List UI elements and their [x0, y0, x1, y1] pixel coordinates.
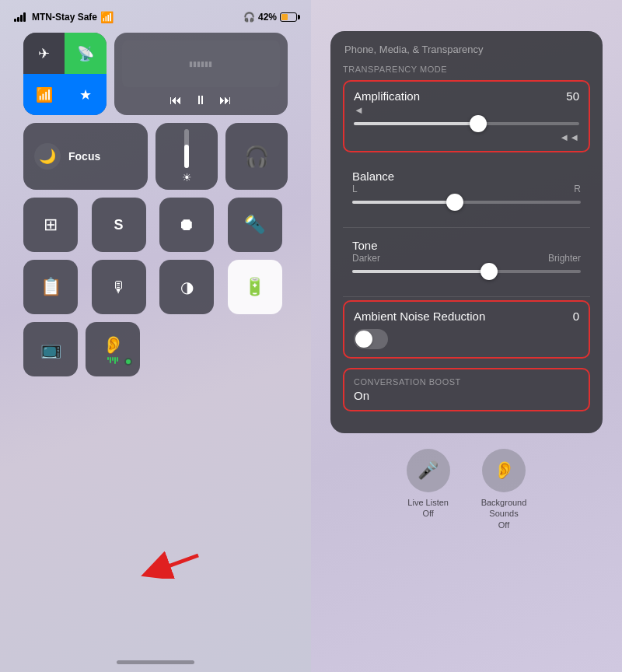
- hearing-activity: [107, 357, 118, 364]
- record-btn[interactable]: ⏺: [159, 198, 214, 252]
- play-pause-btn[interactable]: ⏸: [194, 93, 207, 107]
- bluetooth-btn[interactable]: ★: [65, 74, 106, 115]
- battery-icon: [280, 12, 297, 22]
- airpods-card[interactable]: 🎧: [225, 123, 288, 190]
- invert-btn[interactable]: ◑: [159, 260, 214, 314]
- balance-slider-fill: [352, 201, 455, 204]
- amp-value: 50: [566, 89, 579, 103]
- forward-btn[interactable]: ⏭: [219, 93, 232, 107]
- notes-btn[interactable]: 📋: [23, 260, 78, 314]
- svg-line-1: [156, 555, 198, 571]
- invert-icon: ◑: [180, 278, 194, 296]
- status-right: 🎧 42%: [243, 12, 297, 23]
- airplane-mode-btn[interactable]: ✈: [23, 33, 65, 74]
- background-sounds-label: BackgroundSoundsOff: [481, 497, 527, 530]
- amp-vol-high-icon: ◄◄: [559, 131, 579, 143]
- red-arrow: [140, 532, 202, 579]
- connectivity-card[interactable]: ✈ 📡 📶 ★: [23, 33, 107, 115]
- status-left: MTN-Stay Safe 📶: [14, 11, 114, 23]
- flashlight-icon: 🔦: [244, 215, 265, 235]
- cc-mid-row: 🌙 Focus ☀ 🎧: [23, 123, 288, 190]
- balance-lr-labels: L R: [352, 184, 581, 194]
- calculator-icon: ⊞: [44, 215, 58, 235]
- carrier-name: MTN-Stay Safe: [32, 12, 97, 23]
- voice-icon: 🎙: [111, 278, 127, 296]
- amp-slider-fill: [354, 122, 478, 125]
- left-panel: MTN-Stay Safe 📶 🎧 42% ✈ 📡 📶: [0, 0, 311, 672]
- conversation-boost-section[interactable]: Conversation Boost On: [343, 368, 590, 411]
- voice-btn[interactable]: 🎙: [92, 260, 146, 314]
- focus-label: Focus: [68, 150, 100, 163]
- wifi-btn-icon: 📶: [36, 86, 53, 103]
- remote-btn[interactable]: 📺: [23, 322, 78, 376]
- background-sounds-btn[interactable]: 👂 BackgroundSoundsOff: [481, 449, 527, 530]
- hotspot-btn[interactable]: 📡: [65, 33, 106, 74]
- cc-top-row: ✈ 📡 📶 ★ ▮▮▮▮▮▮ ⏮ ⏸: [23, 33, 288, 115]
- balance-slider-thumb[interactable]: [446, 194, 463, 211]
- headphone-icon: 🎧: [243, 12, 255, 23]
- settings-title: Phone, Media, & Transparency: [343, 44, 590, 55]
- calculator-btn[interactable]: ⊞: [23, 198, 78, 252]
- focus-moon-icon: 🌙: [34, 143, 61, 170]
- record-icon: ⏺: [178, 215, 195, 235]
- battery-widget-icon: 🔋: [244, 277, 265, 297]
- signal-bars: [14, 12, 26, 22]
- bottom-buttons-row: 🎤 Live ListenOff 👂 BackgroundSoundsOff: [407, 449, 527, 530]
- amp-bottom-icons: ◄◄: [354, 131, 579, 143]
- status-bar: MTN-Stay Safe 📶 🎧 42%: [0, 0, 311, 28]
- balance-left-label: L: [352, 184, 358, 194]
- focus-card[interactable]: 🌙 Focus: [23, 123, 148, 190]
- ambient-noise-section: Ambient Noise Reduction 0: [343, 300, 590, 359]
- balance-label: Balance: [352, 170, 394, 183]
- tone-slider-thumb[interactable]: [480, 263, 498, 280]
- live-listen-label: Live ListenOff: [407, 497, 449, 520]
- cc-bottom-row3: 📺 👂: [23, 322, 288, 376]
- conversation-boost-value: On: [354, 389, 579, 402]
- media-info: ▮▮▮▮▮▮: [122, 40, 280, 87]
- balance-right-label: R: [574, 184, 581, 194]
- divider-2: [343, 296, 590, 297]
- wifi-btn[interactable]: 📶: [23, 74, 65, 115]
- amp-min-icon: ◄: [354, 104, 364, 116]
- media-controls[interactable]: ⏮ ⏸ ⏭: [169, 93, 232, 107]
- amp-slider-icons: ◄: [354, 104, 579, 116]
- conversation-boost-label: Conversation Boost: [354, 377, 579, 387]
- amp-slider-track[interactable]: [354, 122, 579, 125]
- hearing-icon: 👂: [103, 335, 124, 355]
- rewind-btn[interactable]: ⏮: [169, 93, 182, 107]
- shazam-btn[interactable]: S: [92, 198, 146, 252]
- battery-percent: 42%: [258, 12, 277, 23]
- ambient-toggle-row: [354, 329, 579, 349]
- tone-slider-fill: [352, 270, 489, 273]
- right-panel: Phone, Media, & Transparency Transparenc…: [311, 0, 622, 672]
- tone-brighter-label: Brighter: [548, 253, 581, 264]
- hotspot-icon: 📡: [77, 45, 94, 62]
- ambient-value: 0: [573, 310, 579, 323]
- ambient-label: Ambient Noise Reduction: [354, 310, 485, 323]
- shazam-icon: S: [114, 217, 123, 233]
- live-listen-icon: 🎤: [407, 449, 450, 492]
- control-center: ✈ 📡 📶 ★ ▮▮▮▮▮▮ ⏮ ⏸: [23, 33, 288, 376]
- brightness-card[interactable]: ☀: [156, 123, 218, 190]
- microphone-icon: 🎤: [418, 460, 439, 481]
- media-card[interactable]: ▮▮▮▮▮▮ ⏮ ⏸ ⏭: [114, 33, 288, 115]
- background-sounds-icon: 👂: [482, 449, 526, 492]
- home-indicator[interactable]: [117, 660, 194, 664]
- ambient-toggle[interactable]: [354, 329, 388, 349]
- settings-card: Phone, Media, & Transparency Transparenc…: [330, 31, 603, 433]
- flashlight-btn[interactable]: 🔦: [228, 198, 282, 252]
- amp-label: Amplification: [354, 89, 420, 103]
- live-listen-btn[interactable]: 🎤 Live ListenOff: [407, 449, 450, 530]
- balance-slider-track[interactable]: [352, 201, 581, 204]
- ear-icon: 👂: [494, 460, 515, 481]
- tone-labels: Darker Brighter: [352, 253, 581, 264]
- tone-slider-track[interactable]: [352, 270, 581, 273]
- brightness-slider[interactable]: [184, 129, 189, 168]
- balance-section: Balance L R: [343, 162, 590, 218]
- airplane-icon: ✈: [38, 45, 50, 62]
- tone-darker-label: Darker: [352, 253, 380, 264]
- amp-slider-thumb[interactable]: [470, 115, 487, 132]
- remote-icon: 📺: [40, 339, 61, 359]
- battery-widget-btn[interactable]: 🔋: [228, 260, 282, 314]
- hearing-btn[interactable]: 👂: [86, 322, 140, 376]
